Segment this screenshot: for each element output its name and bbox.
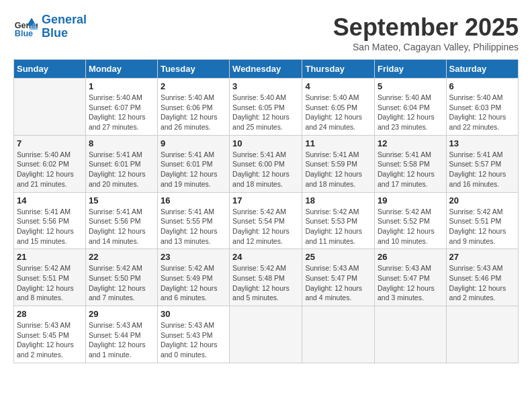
- day-info: Sunrise: 5:41 AM Sunset: 5:58 PM Dayligh…: [378, 150, 443, 189]
- weekday-header-thursday: Thursday: [302, 60, 375, 79]
- day-info: Sunrise: 5:41 AM Sunset: 5:59 PM Dayligh…: [305, 150, 371, 189]
- weekday-header-tuesday: Tuesday: [157, 60, 229, 79]
- calendar-cell: 7Sunrise: 5:40 AM Sunset: 6:02 PM Daylig…: [14, 135, 86, 192]
- calendar-cell: 18Sunrise: 5:42 AM Sunset: 5:53 PM Dayli…: [302, 192, 375, 249]
- day-info: Sunrise: 5:41 AM Sunset: 6:00 PM Dayligh…: [232, 150, 299, 189]
- day-info: Sunrise: 5:41 AM Sunset: 5:56 PM Dayligh…: [17, 207, 83, 246]
- weekday-header-monday: Monday: [85, 60, 157, 79]
- calendar-cell: 2Sunrise: 5:40 AM Sunset: 6:06 PM Daylig…: [157, 79, 229, 136]
- calendar-cell: 21Sunrise: 5:42 AM Sunset: 5:51 PM Dayli…: [14, 249, 86, 306]
- day-number: 30: [161, 309, 226, 319]
- day-number: 16: [161, 195, 226, 205]
- day-number: 21: [17, 252, 83, 262]
- day-number: 29: [89, 309, 154, 319]
- calendar-cell: 11Sunrise: 5:41 AM Sunset: 5:59 PM Dayli…: [302, 135, 375, 192]
- calendar-cell: 22Sunrise: 5:42 AM Sunset: 5:50 PM Dayli…: [85, 249, 157, 306]
- day-number: 22: [89, 252, 154, 262]
- calendar-cell: 23Sunrise: 5:42 AM Sunset: 5:49 PM Dayli…: [157, 249, 229, 306]
- day-number: 3: [232, 81, 299, 91]
- day-number: 15: [89, 195, 154, 205]
- day-info: Sunrise: 5:43 AM Sunset: 5:44 PM Dayligh…: [89, 320, 154, 360]
- calendar-cell: [14, 79, 86, 136]
- page-header: General Blue General Blue September 2025…: [13, 13, 519, 52]
- day-number: 24: [232, 252, 299, 262]
- calendar-cell: [446, 306, 518, 363]
- day-info: Sunrise: 5:40 AM Sunset: 6:05 PM Dayligh…: [305, 93, 371, 132]
- day-number: 8: [89, 138, 154, 148]
- calendar-cell: [375, 306, 447, 363]
- day-number: 28: [17, 309, 83, 319]
- day-number: 5: [378, 81, 443, 91]
- calendar-cell: 29Sunrise: 5:43 AM Sunset: 5:44 PM Dayli…: [85, 306, 157, 363]
- calendar-cell: 12Sunrise: 5:41 AM Sunset: 5:58 PM Dayli…: [375, 135, 447, 192]
- day-info: Sunrise: 5:43 AM Sunset: 5:47 PM Dayligh…: [305, 263, 371, 303]
- day-info: Sunrise: 5:41 AM Sunset: 6:01 PM Dayligh…: [89, 150, 154, 189]
- svg-text:Blue: Blue: [15, 28, 33, 38]
- logo: General Blue General Blue: [13, 13, 87, 40]
- day-info: Sunrise: 5:41 AM Sunset: 5:56 PM Dayligh…: [89, 207, 154, 246]
- calendar-cell: 30Sunrise: 5:43 AM Sunset: 5:43 PM Dayli…: [157, 306, 229, 363]
- weekday-header-wednesday: Wednesday: [230, 60, 302, 79]
- calendar-cell: 8Sunrise: 5:41 AM Sunset: 6:01 PM Daylig…: [85, 135, 157, 192]
- calendar-cell: [230, 306, 302, 363]
- day-number: 27: [449, 252, 515, 262]
- day-number: 10: [232, 138, 299, 148]
- calendar-cell: 24Sunrise: 5:42 AM Sunset: 5:48 PM Dayli…: [230, 249, 302, 306]
- day-info: Sunrise: 5:40 AM Sunset: 6:07 PM Dayligh…: [89, 93, 154, 132]
- day-info: Sunrise: 5:43 AM Sunset: 5:47 PM Dayligh…: [378, 263, 443, 303]
- day-info: Sunrise: 5:40 AM Sunset: 6:02 PM Dayligh…: [17, 150, 83, 189]
- logo-icon: General Blue: [13, 15, 38, 39]
- calendar-cell: 25Sunrise: 5:43 AM Sunset: 5:47 PM Dayli…: [302, 249, 375, 306]
- day-info: Sunrise: 5:40 AM Sunset: 6:03 PM Dayligh…: [449, 93, 515, 132]
- calendar-cell: 9Sunrise: 5:41 AM Sunset: 6:01 PM Daylig…: [157, 135, 229, 192]
- day-number: 6: [449, 81, 515, 91]
- calendar-cell: 6Sunrise: 5:40 AM Sunset: 6:03 PM Daylig…: [446, 79, 518, 136]
- day-info: Sunrise: 5:42 AM Sunset: 5:54 PM Dayligh…: [232, 207, 299, 246]
- calendar-week-4: 21Sunrise: 5:42 AM Sunset: 5:51 PM Dayli…: [14, 249, 519, 306]
- calendar-cell: 27Sunrise: 5:43 AM Sunset: 5:46 PM Dayli…: [446, 249, 518, 306]
- day-number: 13: [449, 138, 515, 148]
- calendar-cell: 16Sunrise: 5:41 AM Sunset: 5:55 PM Dayli…: [157, 192, 229, 249]
- day-number: 9: [161, 138, 226, 148]
- day-info: Sunrise: 5:43 AM Sunset: 5:46 PM Dayligh…: [449, 263, 515, 303]
- day-info: Sunrise: 5:40 AM Sunset: 6:04 PM Dayligh…: [378, 93, 443, 132]
- day-info: Sunrise: 5:43 AM Sunset: 5:45 PM Dayligh…: [17, 320, 83, 360]
- day-number: 4: [305, 81, 371, 91]
- title-block: September 2025 San Mateo, Cagayan Valley…: [333, 13, 519, 52]
- logo-line2: Blue: [42, 26, 68, 40]
- day-info: Sunrise: 5:42 AM Sunset: 5:52 PM Dayligh…: [378, 207, 443, 246]
- weekday-header-row: SundayMondayTuesdayWednesdayThursdayFrid…: [14, 60, 519, 79]
- day-number: 25: [305, 252, 371, 262]
- calendar-cell: 4Sunrise: 5:40 AM Sunset: 6:05 PM Daylig…: [302, 79, 375, 136]
- day-info: Sunrise: 5:42 AM Sunset: 5:51 PM Dayligh…: [449, 207, 515, 246]
- day-info: Sunrise: 5:41 AM Sunset: 5:55 PM Dayligh…: [161, 207, 226, 246]
- calendar-week-3: 14Sunrise: 5:41 AM Sunset: 5:56 PM Dayli…: [14, 192, 519, 249]
- day-info: Sunrise: 5:43 AM Sunset: 5:43 PM Dayligh…: [161, 320, 226, 360]
- calendar-table: SundayMondayTuesdayWednesdayThursdayFrid…: [13, 59, 519, 363]
- day-number: 26: [378, 252, 443, 262]
- logo-line1: General: [42, 13, 87, 26]
- day-number: 14: [17, 195, 83, 205]
- month-title: September 2025: [333, 13, 519, 42]
- day-info: Sunrise: 5:42 AM Sunset: 5:48 PM Dayligh…: [232, 263, 299, 303]
- calendar-cell: 14Sunrise: 5:41 AM Sunset: 5:56 PM Dayli…: [14, 192, 86, 249]
- calendar-cell: 5Sunrise: 5:40 AM Sunset: 6:04 PM Daylig…: [375, 79, 447, 136]
- calendar-cell: 13Sunrise: 5:41 AM Sunset: 5:57 PM Dayli…: [446, 135, 518, 192]
- day-info: Sunrise: 5:42 AM Sunset: 5:53 PM Dayligh…: [305, 207, 371, 246]
- calendar-cell: 1Sunrise: 5:40 AM Sunset: 6:07 PM Daylig…: [85, 79, 157, 136]
- weekday-header-sunday: Sunday: [14, 60, 86, 79]
- calendar-week-5: 28Sunrise: 5:43 AM Sunset: 5:45 PM Dayli…: [14, 306, 519, 363]
- weekday-header-saturday: Saturday: [446, 60, 518, 79]
- location-subtitle: San Mateo, Cagayan Valley, Philippines: [333, 42, 519, 52]
- day-info: Sunrise: 5:42 AM Sunset: 5:50 PM Dayligh…: [89, 263, 154, 303]
- day-number: 18: [305, 195, 371, 205]
- day-number: 20: [449, 195, 515, 205]
- day-number: 12: [378, 138, 443, 148]
- day-number: 19: [378, 195, 443, 205]
- day-info: Sunrise: 5:41 AM Sunset: 6:01 PM Dayligh…: [161, 150, 226, 189]
- day-info: Sunrise: 5:41 AM Sunset: 5:57 PM Dayligh…: [449, 150, 515, 189]
- day-number: 17: [232, 195, 299, 205]
- calendar-cell: 17Sunrise: 5:42 AM Sunset: 5:54 PM Dayli…: [230, 192, 302, 249]
- calendar-cell: 20Sunrise: 5:42 AM Sunset: 5:51 PM Dayli…: [446, 192, 518, 249]
- calendar-cell: 26Sunrise: 5:43 AM Sunset: 5:47 PM Dayli…: [375, 249, 447, 306]
